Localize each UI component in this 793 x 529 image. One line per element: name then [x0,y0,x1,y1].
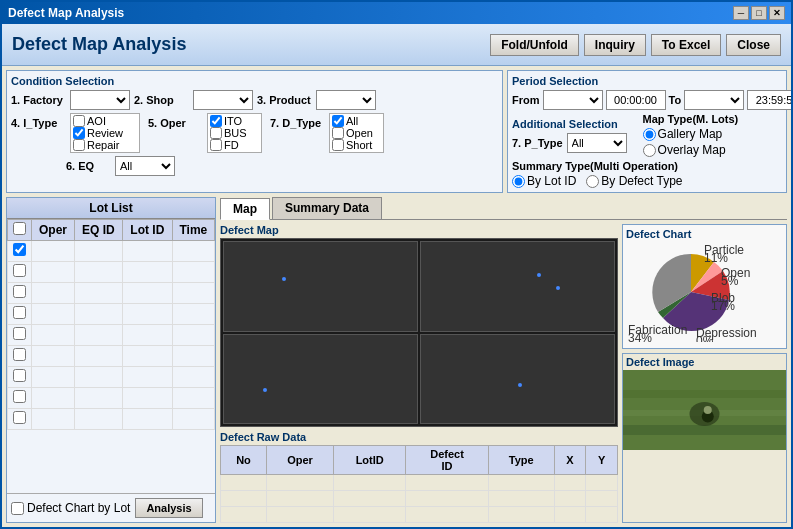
dtype-all-check[interactable] [332,115,344,127]
condition-title: Condition Selection [11,75,498,87]
map-cell-3 [420,334,615,425]
defect-dot [556,286,560,290]
product-select[interactable] [316,90,376,110]
oper-bus-check[interactable] [210,127,222,139]
lot-col-check [8,220,32,241]
page-title-bar: Defect Map Analysis Fold/Unfold Inquiry … [2,24,791,66]
itype-repair[interactable]: Repair [73,139,137,151]
table-row [221,491,618,507]
by-lot-id-option[interactable]: By Lot ID [512,174,576,188]
table-row [8,325,215,346]
to-date-select[interactable] [684,90,744,110]
oper-ito[interactable]: ITO [210,115,259,127]
fold-unfold-button[interactable]: Fold/Unfold [490,34,579,56]
defect-image-svg [623,370,786,450]
table-row [221,475,618,491]
tab-summary-data[interactable]: Summary Data [272,197,382,219]
ptype-select[interactable]: All [567,133,627,153]
itype-repair-check[interactable] [73,139,85,151]
additional-selection-group: Additional Selection 7. P_Type All [512,118,627,153]
lot-row-check-7[interactable] [13,390,26,403]
oper-group: ITO BUS FD [207,113,262,153]
table-row [8,409,215,430]
defect-dot [263,388,267,392]
maximize-button[interactable]: □ [751,6,767,20]
lot-row-check-3[interactable] [13,306,26,319]
svg-point-6 [704,406,712,414]
overlay-map-option[interactable]: Overlay Map [643,143,739,157]
gallery-map-option[interactable]: Gallery Map [643,127,739,141]
defect-chart-panel: Defect Chart [622,224,787,349]
open-pct: 5% [721,274,739,288]
gallery-map-radio[interactable] [643,128,656,141]
lot-row-check-2[interactable] [13,285,26,298]
condition-panel: Condition Selection 1. Factory 2. Shop 3… [6,70,503,193]
map-type-label: Map Type(M. Lots) [643,113,739,125]
oper-fd[interactable]: FD [210,139,259,151]
to-time-input[interactable] [747,90,791,110]
map-type-group: Map Type(M. Lots) Gallery Map Overlay Ma… [643,113,739,157]
fabrication-pct: 34% [628,331,652,342]
window-close-button[interactable]: ✕ [769,6,785,20]
lot-list-title: Lot List [7,198,215,219]
lot-row-check-1[interactable] [13,264,26,277]
itype-review[interactable]: Review [73,127,137,139]
lot-list-footer: Defect Chart by Lot Analysis [7,493,215,522]
by-lot-id-radio[interactable] [512,175,525,188]
lot-row-check-8[interactable] [13,411,26,424]
defect-dot [282,277,286,281]
lot-select-all[interactable] [13,222,26,235]
map-cell-2 [223,334,418,425]
oper-ito-check[interactable] [210,115,222,127]
additional-selection-row: Additional Selection 7. P_Type All Map T… [512,113,782,157]
itype-aoi[interactable]: AOI [73,115,137,127]
overlay-map-label: Overlay Map [658,143,726,157]
lot-row-check-5[interactable] [13,348,26,361]
by-defect-type-option[interactable]: By Defect Type [586,174,682,188]
right-charts: Defect Chart [622,224,787,523]
defect-chart-svg: Particle 11% Open 5% Blob 17% Fabricatio… [626,242,756,342]
close-button[interactable]: Close [726,34,781,56]
tab-bar: Map Summary Data [220,197,787,220]
dtype-all[interactable]: All [332,115,381,127]
dtype-label: 7. D_Type [270,113,325,133]
from-date-select[interactable] [543,90,603,110]
dtype-open-check[interactable] [332,127,344,139]
oper-bus[interactable]: BUS [210,127,259,139]
table-row [8,283,215,304]
from-time-input[interactable] [606,90,666,110]
overlay-map-radio[interactable] [643,144,656,157]
analysis-button[interactable]: Analysis [135,498,202,518]
lot-col-oper: Oper [32,220,75,241]
lot-row-check-4[interactable] [13,327,26,340]
dtype-short[interactable]: Short [332,139,381,151]
lot-list-table-container[interactable]: Oper EQ ID Lot ID Time [7,219,215,493]
raw-col-oper: Oper [266,446,333,475]
lot-row-check-0[interactable] [13,243,26,256]
inquiry-button[interactable]: Inquiry [584,34,646,56]
defect-chart-by-lot-check[interactable] [11,502,24,515]
raw-col-no: No [221,446,267,475]
defect-chart-by-lot-label[interactable]: Defect Chart by Lot [11,501,130,515]
table-row [8,262,215,283]
summary-type-group: Summary Type(Multi Operation) By Lot ID … [512,160,782,188]
itype-review-check[interactable] [73,127,85,139]
period-title: Period Selection [512,75,782,87]
blob-pct: 17% [711,299,735,313]
period-panel: Period Selection From To Additional Sele… [507,70,787,193]
to-excel-button[interactable]: To Excel [651,34,721,56]
lot-row-check-6[interactable] [13,369,26,382]
dtype-open[interactable]: Open [332,127,381,139]
itype-aoi-check[interactable] [73,115,85,127]
additional-title: Additional Selection [512,118,627,130]
defect-image-label: Defect Image [623,354,786,370]
by-defect-type-radio[interactable] [586,175,599,188]
minimize-button[interactable]: ─ [733,6,749,20]
dtype-short-check[interactable] [332,139,344,151]
defect-map-label: Defect Map [220,224,618,236]
factory-select[interactable] [70,90,130,110]
tab-map[interactable]: Map [220,198,270,220]
shop-select[interactable] [193,90,253,110]
oper-fd-check[interactable] [210,139,222,151]
eq-select[interactable]: All [115,156,175,176]
